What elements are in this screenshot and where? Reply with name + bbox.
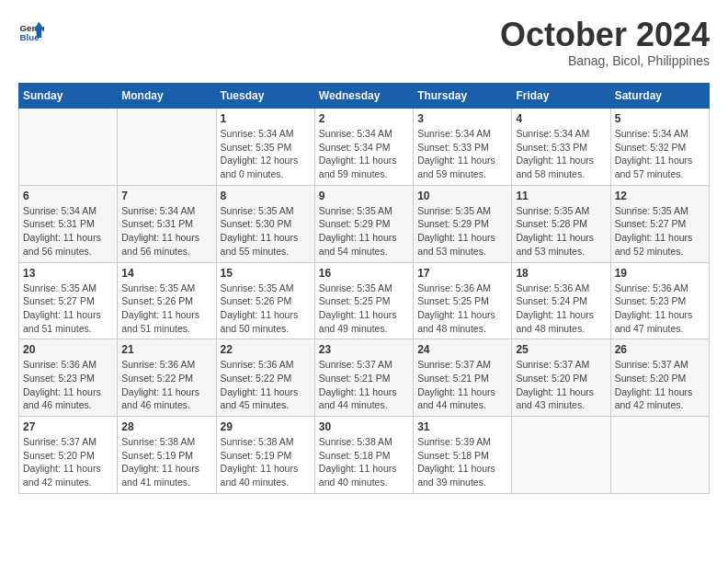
day-number: 22 — [221, 343, 311, 356]
calendar-cell: 29Sunrise: 5:38 AM Sunset: 5:19 PM Dayli… — [216, 417, 314, 494]
day-info: Sunrise: 5:35 AM Sunset: 5:30 PM Dayligh… — [221, 204, 311, 259]
calendar-cell: 13Sunrise: 5:35 AM Sunset: 5:27 PM Dayli… — [19, 262, 118, 339]
month-title: October 2024 — [500, 18, 710, 52]
calendar-week-4: 20Sunrise: 5:36 AM Sunset: 5:23 PM Dayli… — [19, 339, 710, 417]
day-info: Sunrise: 5:35 AM Sunset: 5:28 PM Dayligh… — [516, 204, 606, 259]
day-info: Sunrise: 5:36 AM Sunset: 5:25 PM Dayligh… — [417, 282, 507, 336]
day-info: Sunrise: 5:34 AM Sunset: 5:32 PM Dayligh… — [615, 127, 705, 181]
calendar-cell — [118, 109, 216, 186]
day-number: 2 — [319, 112, 409, 125]
calendar-cell: 6Sunrise: 5:34 AM Sunset: 5:31 PM Daylig… — [19, 185, 118, 262]
day-info: Sunrise: 5:38 AM Sunset: 5:19 PM Dayligh… — [221, 435, 311, 489]
calendar-cell — [19, 109, 118, 186]
calendar-table: SundayMondayTuesdayWednesdayThursdayFrid… — [18, 83, 710, 494]
day-number: 29 — [221, 420, 311, 433]
title-block: October 2024 Banag, Bicol, Philippines — [500, 18, 710, 68]
calendar-body: 1Sunrise: 5:34 AM Sunset: 5:35 PM Daylig… — [19, 109, 710, 494]
day-number: 15 — [221, 267, 311, 280]
day-info: Sunrise: 5:36 AM Sunset: 5:22 PM Dayligh… — [221, 358, 311, 412]
calendar-cell — [610, 417, 709, 494]
day-info: Sunrise: 5:37 AM Sunset: 5:20 PM Dayligh… — [516, 358, 606, 412]
day-info: Sunrise: 5:38 AM Sunset: 5:19 PM Dayligh… — [121, 435, 211, 489]
calendar-cell: 1Sunrise: 5:34 AM Sunset: 5:35 PM Daylig… — [216, 109, 314, 186]
calendar-cell — [512, 417, 610, 494]
day-number: 21 — [121, 343, 211, 356]
weekday-header-saturday: Saturday — [610, 84, 709, 109]
day-info: Sunrise: 5:36 AM Sunset: 5:23 PM Dayligh… — [23, 358, 113, 412]
calendar-week-1: 1Sunrise: 5:34 AM Sunset: 5:35 PM Daylig… — [19, 109, 710, 186]
day-number: 27 — [23, 420, 113, 433]
calendar-week-5: 27Sunrise: 5:37 AM Sunset: 5:20 PM Dayli… — [19, 417, 710, 494]
day-number: 10 — [417, 190, 507, 202]
day-number: 8 — [221, 190, 311, 202]
day-info: Sunrise: 5:35 AM Sunset: 5:26 PM Dayligh… — [221, 282, 311, 336]
calendar-cell: 30Sunrise: 5:38 AM Sunset: 5:18 PM Dayli… — [314, 417, 413, 494]
day-info: Sunrise: 5:37 AM Sunset: 5:21 PM Dayligh… — [319, 358, 409, 412]
calendar-cell: 7Sunrise: 5:34 AM Sunset: 5:31 PM Daylig… — [118, 185, 216, 262]
logo-icon: General Blue — [18, 18, 44, 44]
calendar-cell: 28Sunrise: 5:38 AM Sunset: 5:19 PM Dayli… — [118, 417, 216, 494]
weekday-header-wednesday: Wednesday — [314, 84, 413, 109]
day-info: Sunrise: 5:35 AM Sunset: 5:27 PM Dayligh… — [615, 204, 705, 259]
day-info: Sunrise: 5:37 AM Sunset: 5:21 PM Dayligh… — [417, 358, 507, 412]
day-number: 26 — [615, 343, 705, 356]
day-number: 25 — [516, 343, 606, 356]
day-number: 13 — [23, 267, 113, 280]
weekday-header-thursday: Thursday — [414, 84, 512, 109]
calendar-cell: 19Sunrise: 5:36 AM Sunset: 5:23 PM Dayli… — [610, 262, 709, 339]
weekday-header-row: SundayMondayTuesdayWednesdayThursdayFrid… — [19, 84, 710, 109]
day-info: Sunrise: 5:34 AM Sunset: 5:34 PM Dayligh… — [319, 127, 409, 181]
day-info: Sunrise: 5:34 AM Sunset: 5:35 PM Dayligh… — [221, 127, 311, 181]
day-info: Sunrise: 5:35 AM Sunset: 5:27 PM Dayligh… — [23, 282, 113, 336]
calendar-cell: 20Sunrise: 5:36 AM Sunset: 5:23 PM Dayli… — [19, 339, 118, 417]
calendar-cell: 23Sunrise: 5:37 AM Sunset: 5:21 PM Dayli… — [314, 339, 413, 417]
weekday-header-friday: Friday — [512, 84, 610, 109]
calendar-cell: 26Sunrise: 5:37 AM Sunset: 5:20 PM Dayli… — [610, 339, 709, 417]
day-number: 17 — [417, 267, 507, 280]
day-number: 23 — [319, 343, 409, 356]
calendar-cell: 11Sunrise: 5:35 AM Sunset: 5:28 PM Dayli… — [512, 185, 610, 262]
day-number: 24 — [417, 343, 507, 356]
calendar-week-2: 6Sunrise: 5:34 AM Sunset: 5:31 PM Daylig… — [19, 185, 710, 262]
location-subtitle: Banag, Bicol, Philippines — [500, 53, 710, 68]
page-header: General Blue October 2024 Banag, Bicol, … — [18, 18, 710, 68]
calendar-cell: 16Sunrise: 5:35 AM Sunset: 5:25 PM Dayli… — [314, 262, 413, 339]
calendar-cell: 2Sunrise: 5:34 AM Sunset: 5:34 PM Daylig… — [314, 109, 413, 186]
day-info: Sunrise: 5:36 AM Sunset: 5:23 PM Dayligh… — [615, 282, 705, 336]
calendar-cell: 25Sunrise: 5:37 AM Sunset: 5:20 PM Dayli… — [512, 339, 610, 417]
day-number: 28 — [121, 420, 211, 433]
day-number: 9 — [319, 190, 409, 202]
calendar-cell: 22Sunrise: 5:36 AM Sunset: 5:22 PM Dayli… — [216, 339, 314, 417]
day-info: Sunrise: 5:38 AM Sunset: 5:18 PM Dayligh… — [319, 435, 409, 489]
calendar-cell: 31Sunrise: 5:39 AM Sunset: 5:18 PM Dayli… — [414, 417, 512, 494]
calendar-cell: 27Sunrise: 5:37 AM Sunset: 5:20 PM Dayli… — [19, 417, 118, 494]
calendar-cell: 21Sunrise: 5:36 AM Sunset: 5:22 PM Dayli… — [118, 339, 216, 417]
calendar-cell: 3Sunrise: 5:34 AM Sunset: 5:33 PM Daylig… — [414, 109, 512, 186]
calendar-cell: 15Sunrise: 5:35 AM Sunset: 5:26 PM Dayli… — [216, 262, 314, 339]
day-number: 7 — [121, 190, 211, 202]
day-number: 19 — [615, 267, 705, 280]
day-info: Sunrise: 5:36 AM Sunset: 5:24 PM Dayligh… — [516, 282, 606, 336]
calendar-cell: 9Sunrise: 5:35 AM Sunset: 5:29 PM Daylig… — [314, 185, 413, 262]
day-number: 1 — [221, 112, 311, 125]
calendar-cell: 10Sunrise: 5:35 AM Sunset: 5:29 PM Dayli… — [414, 185, 512, 262]
day-info: Sunrise: 5:35 AM Sunset: 5:26 PM Dayligh… — [121, 282, 211, 336]
calendar-cell: 24Sunrise: 5:37 AM Sunset: 5:21 PM Dayli… — [414, 339, 512, 417]
day-info: Sunrise: 5:34 AM Sunset: 5:31 PM Dayligh… — [121, 204, 211, 259]
day-number: 4 — [516, 112, 606, 125]
day-number: 12 — [615, 190, 705, 202]
weekday-header-tuesday: Tuesday — [216, 84, 314, 109]
day-info: Sunrise: 5:36 AM Sunset: 5:22 PM Dayligh… — [121, 358, 211, 412]
day-number: 14 — [121, 267, 211, 280]
day-number: 3 — [417, 112, 507, 125]
day-number: 18 — [516, 267, 606, 280]
day-info: Sunrise: 5:35 AM Sunset: 5:29 PM Dayligh… — [417, 204, 507, 259]
weekday-header-monday: Monday — [118, 84, 216, 109]
day-info: Sunrise: 5:37 AM Sunset: 5:20 PM Dayligh… — [615, 358, 705, 412]
calendar-cell: 14Sunrise: 5:35 AM Sunset: 5:26 PM Dayli… — [118, 262, 216, 339]
day-info: Sunrise: 5:34 AM Sunset: 5:31 PM Dayligh… — [23, 204, 113, 259]
day-info: Sunrise: 5:35 AM Sunset: 5:25 PM Dayligh… — [319, 282, 409, 336]
day-info: Sunrise: 5:39 AM Sunset: 5:18 PM Dayligh… — [417, 435, 507, 489]
logo: General Blue — [18, 18, 44, 44]
day-number: 11 — [516, 190, 606, 202]
